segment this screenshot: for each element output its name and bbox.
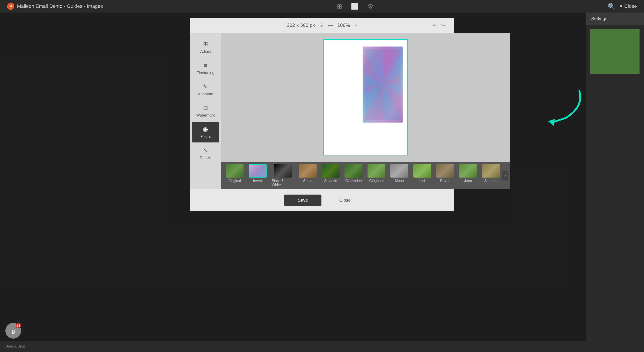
filters-icon: ◉ [203,126,208,132]
filter-moon[interactable]: Moon [388,162,411,189]
tool-resize[interactable]: ⤡ Resize [192,143,220,164]
tool-annotate[interactable]: ✎ Annotate [192,80,220,100]
filter-thumb-reyes [436,164,454,178]
modal-footer: Save Close [190,189,454,211]
settings-label: Settings [591,16,607,21]
top-bar: M Maileon Email Demo - Guides - Images ⊞… [0,0,644,12]
close-label: Close [624,3,637,9]
annotate-icon: ✎ [203,83,208,90]
filter-thumb-bw [274,164,292,178]
filter-next-button[interactable]: › [502,171,508,180]
save-button[interactable]: Save [284,194,322,206]
app-logo: M [7,3,14,10]
close-x-icon: ✕ [619,3,623,9]
zoom-level: 106% [337,22,350,28]
filter-clarendon[interactable]: Clarendon [342,162,365,189]
canvas-area: Original Invert Black & White Sepia [221,33,510,189]
filter-thumb-juno [459,164,477,178]
tool-adjust[interactable]: ⊞ Adjust [192,37,220,58]
right-panel: Settings [586,12,644,352]
filter-slumber-label: Slumber [484,179,498,183]
filter-reyes[interactable]: Reyes [434,162,456,189]
filter-lark-label: Lark [419,179,426,183]
finetuning-icon: ≡ [204,62,207,69]
filter-reyes-label: Reyes [440,179,450,183]
filter-juno-label: Juno [464,179,472,183]
left-toolbar: ⊞ Adjust ≡ Finetuning ✎ Annotate ⊡ Water… [190,33,221,189]
finetuning-label: Finetuning [196,71,214,75]
resize-icon: ⊡ [320,22,324,28]
chameleon-preview [362,46,403,122]
filter-gingham-label: Gingham [369,179,384,183]
zoom-minus[interactable]: — [328,22,333,28]
filter-solarize-label: Solarize [324,179,337,183]
header-actions: ↩ ↪ [432,22,445,28]
image-canvas [323,39,408,156]
close-button[interactable]: ✕ Close [619,3,637,9]
resize-tool-icon: ⤡ [203,147,208,154]
adjust-icon: ⊞ [203,41,208,48]
adjust-label: Adjust [200,50,211,54]
redo-button[interactable]: ↪ [441,22,445,28]
g-badge-letter: g [12,328,15,334]
top-bar-center: ⊞ ⬜ ⚙ [337,3,373,10]
modal-body: ⊞ Adjust ≡ Finetuning ✎ Annotate ⊡ Water… [190,33,454,189]
settings-green-preview [590,29,640,74]
filter-solarize[interactable]: Solarize [319,162,342,189]
right-panel-settings-tab[interactable]: Settings [586,12,644,25]
bottom-bar: Drag & Drop [0,341,644,352]
header-info: 202 x 360 px ⊡ — 106% + [287,22,357,28]
tool-finetuning[interactable]: ≡ Finetuning [192,58,220,79]
filter-thumb-moon [390,164,408,178]
g-badge-circle: g 14 [5,323,21,338]
filter-thumb-sepia [299,164,317,178]
filter-juno[interactable]: Juno [456,162,479,189]
filter-sepia[interactable]: Sepia [296,162,319,189]
watermark-icon: ⊡ [203,104,208,111]
filters-label: Filters [200,134,211,139]
svg-marker-0 [548,119,555,126]
modal-close-button[interactable]: Close [330,194,360,206]
settings-gear-icon[interactable]: ⚙ [368,3,373,10]
filter-thumb-lark [414,164,431,178]
top-bar-right: 🔍 ✕ Close [608,3,637,10]
filter-lark[interactable]: Lark [411,162,434,189]
app-title: Maileon Email Demo - Guides - Images [17,3,103,9]
filter-invert-label: Invert [253,179,262,183]
g-badge-count: 14 [16,323,21,328]
image-editor-modal: 202 x 360 px ⊡ — 106% + ↩ ↪ ⊞ Adjust ≡ F… [190,18,454,211]
filter-gingham[interactable]: Gingham [365,162,388,189]
tool-filters[interactable]: ◉ Filters [192,122,220,142]
filter-list: Original Invert Black & White Sepia [223,162,502,189]
g-app-badge[interactable]: g 14 [5,323,21,338]
grid-view-icon[interactable]: ⊞ [337,3,342,10]
filter-thumb-original [226,164,244,178]
filter-sepia-label: Sepia [303,179,312,183]
annotate-label: Annotate [198,92,213,96]
top-bar-left: M Maileon Email Demo - Guides - Images [7,3,103,10]
filter-thumb-invert [249,164,267,178]
filter-thumb-gingham [368,164,386,178]
image-dimensions: 202 x 360 px [287,22,315,28]
filter-clarendon-label: Clarendon [346,179,362,183]
filter-thumb-clarendon [344,164,362,178]
filter-thumb-slumber [482,164,500,178]
filter-bw-label: Black & White [272,179,294,187]
filter-thumb-solarize [322,164,340,178]
filter-original-label: Original [228,179,241,183]
filter-invert[interactable]: Invert [246,162,269,189]
filter-slumber[interactable]: Slumber [480,162,502,189]
zoom-plus[interactable]: + [354,22,357,28]
watermark-label: Watermark [196,113,215,118]
search-icon[interactable]: 🔍 [608,3,615,10]
modal-header: 202 x 360 px ⊡ — 106% + ↩ ↪ [190,18,454,33]
filter-moon-label: Moon [395,179,404,183]
filter-original[interactable]: Original [223,162,246,189]
drag-drop-label: Drag & Drop [5,344,25,348]
resize-label: Resize [200,156,212,160]
filter-strip: Original Invert Black & White Sepia [221,162,510,189]
filter-black-white[interactable]: Black & White [269,162,296,189]
monitor-icon[interactable]: ⬜ [351,3,359,10]
tool-watermark[interactable]: ⊡ Watermark [192,101,220,121]
undo-button[interactable]: ↩ [432,22,437,28]
